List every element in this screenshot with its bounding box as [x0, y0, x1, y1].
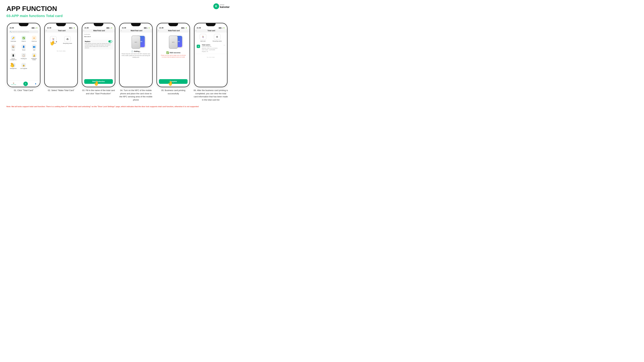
add-card-option[interactable]: 🃏 ✚ Add card	[50, 36, 56, 44]
phone-1: 21:48 ▐▐▐ ▲ 🔋 🔍 Search for rooms/tenants…	[7, 23, 40, 87]
recycling-icon-box: ♻	[64, 36, 71, 42]
home-item-notification[interactable]: 🔔 Notification Center	[29, 52, 39, 61]
phone-6-time: 21:48	[197, 27, 201, 29]
profile-icon-bottom: 👤	[35, 83, 36, 84]
phone-5: 21:48 ▐▐▐ ▲ 🔋 ‹ MakeTotal card NFC CARD	[156, 23, 190, 87]
add-card-label-6: Add card	[200, 40, 206, 42]
recycling-icon-box-6: ♻	[214, 34, 220, 40]
tc-replace: Replace: On	[202, 51, 222, 53]
no-more-data-6: No more data	[194, 56, 227, 58]
home-item-staff[interactable]: 👥 Staff	[29, 43, 39, 51]
pending-label: Pending list	[21, 58, 26, 59]
no-more-data-2: No more data	[45, 50, 77, 52]
total-card-list-item: S Total card-A Card Id: 8229579A Add tim…	[194, 43, 227, 54]
phone-1-step-label: 01. Click "Total Card"	[14, 89, 34, 92]
phone-5-nav: ‹ MakeTotal card	[157, 29, 190, 32]
phone-6-step-label: 06. After the business card printing is …	[194, 89, 228, 101]
total-card-value-row: Total card-A	[82, 35, 115, 38]
phone-6-status: ▐▐▐ ▲ 🔋	[218, 27, 224, 29]
recycling-icon: ♻	[66, 38, 68, 41]
search-placeholder: Search for rooms/tenants/devices	[12, 31, 29, 32]
home-item-checkin[interactable]: ✅ Check in	[19, 35, 29, 43]
success-checkmark-icon: ✅	[166, 51, 169, 54]
complete-button[interactable]: Complete	[159, 79, 188, 84]
note-box: Note: Not all locks support total card f…	[6, 105, 228, 108]
home-label-bottom: Home Page	[11, 84, 16, 85]
device-icon: 📱	[11, 53, 16, 58]
phone-1-notch	[19, 23, 28, 26]
tenant-label: Tenant	[22, 49, 26, 50]
home-item-device[interactable]: 📱 Device management	[8, 52, 18, 61]
adding-text: 🕐 Adding... Please keep the card close t…	[120, 49, 152, 59]
start-production-button[interactable]: Start Production	[84, 79, 113, 84]
home-item-room[interactable]: 🏠 Room	[8, 43, 18, 51]
adding-clock-icon: 🕐	[131, 50, 133, 52]
adding-title: 🕐 Adding...	[121, 50, 150, 52]
recycling-icon-6: ♻	[216, 35, 218, 38]
phone-3-step-label: 03. Fill in the name of the total card a…	[81, 89, 116, 95]
add-card-option-6[interactable]: 🃏 Add card	[200, 34, 206, 42]
home-item-tenant[interactable]: 👤 Tenant	[19, 43, 29, 51]
phone-5-time: 21:48	[159, 27, 164, 29]
back-arrow-3[interactable]: ‹	[84, 30, 84, 31]
phone-3: 21:48 ▐▐▐ ▲ 🔋 ‹ MakeTotal card Cardholde…	[82, 23, 115, 87]
phone-5-step-label: 05. Business card printing successfully	[156, 89, 190, 95]
phone-6-options: 🃏 Add card ♻ Recycling cards	[194, 32, 227, 43]
phone-1-topbar: 21:48 ▐▐▐ ▲ 🔋	[8, 26, 40, 29]
pending-icon: 📋	[22, 53, 26, 58]
tc-creator: Card creator: 1116761858	[202, 49, 222, 51]
phone-4-notch	[131, 23, 141, 26]
page-title: APP FUNCTION	[6, 5, 228, 12]
home-item-guestpwd[interactable]: 🔑 Guest pwd	[8, 35, 18, 43]
back-arrow-6[interactable]: ‹	[196, 30, 196, 31]
tc-more-menu[interactable]: ⋯	[224, 44, 226, 46]
phone-1-time: 21:48	[10, 27, 14, 29]
home-item-checkout[interactable]: ➡ Check out	[29, 35, 39, 43]
home-item-management[interactable]: 📊 Management	[8, 62, 18, 70]
phone-1-bottom-bar: 🏠 Home Page + 👤	[8, 80, 40, 87]
add-card-icon-box-6: 🃏	[200, 34, 206, 40]
recycling-cards-option[interactable]: ♻ Recycling cards	[63, 36, 72, 44]
phone-6-topbar: 21:48 ▐▐▐ ▲ 🔋	[194, 26, 227, 29]
checkout-icon: ➡	[32, 36, 36, 40]
room-label: Room	[12, 49, 15, 50]
checkout-label: Check out	[32, 41, 37, 42]
staff-icon: 👥	[32, 44, 36, 49]
phone-4: 21:48 ▐▐▐ ▲ 🔋 ‹ MakeTotal card NFC CARD	[119, 23, 153, 87]
phone-4-step-label: 04. Turn on the NFC of the mobile phone …	[119, 89, 153, 101]
phone-2: 21:48 ▐▐▐ ▲ 🔋 ‹ Total card 🃏 ✚ Add card	[44, 23, 78, 87]
adding-desc: Please keep the card close to the NFC in…	[121, 53, 150, 58]
phone-success-device: NFC	[169, 35, 178, 49]
total-card-list-icon: S	[196, 44, 200, 48]
lockupgrade-label: Lock upgrade	[20, 68, 27, 69]
back-arrow-4[interactable]: ‹	[121, 30, 122, 31]
phone-3-time: 21:48	[84, 27, 89, 29]
replace-section: Replace After opening, all locks under t…	[84, 39, 114, 49]
phone-5-notch	[168, 23, 178, 26]
recycling-option-6[interactable]: ♻ Recycling cards	[213, 34, 222, 42]
home-item-lockupgrade[interactable]: 🔒 Lock upgrade	[19, 62, 29, 70]
phone-4-nav: ‹ MakeTotal card	[120, 29, 152, 32]
tc-card-name: Total card-A	[202, 44, 222, 46]
nav-title-3: MakeTotal card	[85, 30, 114, 31]
phone-5-topbar: 21:48 ▐▐▐ ▲ 🔋	[157, 26, 190, 29]
checkin-label: Check in	[22, 41, 26, 42]
back-arrow-5[interactable]: ‹	[158, 30, 159, 31]
s-badge: S	[197, 45, 200, 48]
room-icon: 🏠	[11, 44, 16, 49]
search-bar[interactable]: 🔍 Search for rooms/tenants/devices	[9, 30, 39, 33]
nfc-visual: NFC CARD	[126, 35, 146, 49]
replace-title: Replace	[85, 40, 112, 42]
back-arrow-2[interactable]: ‹	[46, 30, 46, 31]
phone-4-container: 21:48 ▐▐▐ ▲ 🔋 ‹ MakeTotal card NFC CARD	[119, 23, 153, 101]
home-item-pending[interactable]: 📋 Pending list	[19, 52, 29, 61]
nav-title-6: Total card	[197, 30, 226, 31]
replace-toggle[interactable]	[108, 40, 112, 42]
success-visual: NFC CARD	[164, 35, 183, 49]
phone-2-status: ▐▐▐ ▲ 🔋	[69, 27, 75, 29]
fab-add-button[interactable]: +	[23, 82, 28, 86]
bottom-home[interactable]: 🏠 Home Page	[11, 82, 16, 85]
add-card-icon-6: 🃏	[202, 35, 204, 38]
notification-icon: 🔔	[32, 53, 36, 58]
bottom-profile[interactable]: 👤	[35, 83, 36, 84]
